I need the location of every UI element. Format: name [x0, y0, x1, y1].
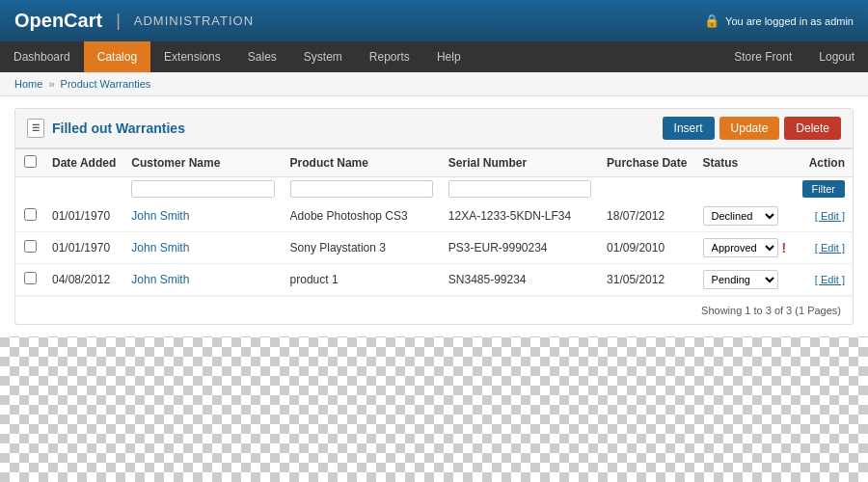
- table-header-row: Date Added Customer Name Product Name Se…: [15, 149, 853, 177]
- edit-link[interactable]: [ Edit ]: [815, 210, 845, 222]
- breadcrumb: Home » Product Warranties: [0, 72, 868, 96]
- row-status-cell: DeclinedApprovedPending: [695, 264, 795, 295]
- delete-button[interactable]: Delete: [784, 117, 841, 140]
- nav-dashboard[interactable]: Dashboard: [0, 41, 84, 72]
- table-wrapper: Date Added Customer Name Product Name Se…: [15, 148, 853, 296]
- filter-purchase-date: [599, 177, 695, 201]
- logged-in-text: You are logged in as admin: [725, 15, 854, 27]
- logo-area: OpenCart | ADMINISTRATION: [14, 10, 254, 32]
- filter-customer-input[interactable]: [131, 180, 274, 198]
- table-row: 01/01/1970John SmithAdobe Photoshop CS31…: [15, 201, 853, 232]
- row-action-cell: [ Edit ]: [794, 232, 853, 264]
- row-action-cell: [ Edit ]: [794, 201, 853, 232]
- filter-action-cell: Filter: [794, 177, 853, 201]
- col-serial-number: Serial Number: [441, 149, 599, 177]
- row-checkbox[interactable]: [24, 240, 37, 253]
- navbar: Dashboard Catalog Extensions Sales Syste…: [0, 41, 868, 72]
- nav-right: Store Front Logout: [720, 41, 868, 72]
- row-date-added: 01/01/1970: [44, 232, 123, 264]
- logo-separator: |: [116, 11, 121, 31]
- nav-reports[interactable]: Reports: [356, 41, 423, 72]
- panel-buttons: Insert Update Delete: [663, 117, 841, 140]
- row-product-name: Adobe Photoshop CS3: [283, 201, 441, 232]
- status-select[interactable]: DeclinedApprovedPending: [703, 238, 778, 257]
- admin-label: ADMINISTRATION: [134, 13, 254, 28]
- row-product-name: Sony Playstation 3: [283, 232, 441, 264]
- row-checkbox-cell: [15, 232, 44, 264]
- showing-text: Showing 1 to 3 of 3 (1 Pages): [15, 296, 853, 324]
- row-status-cell: DeclinedApprovedPending!: [695, 232, 795, 263]
- row-checkbox[interactable]: [24, 208, 37, 221]
- edit-link[interactable]: [ Edit ]: [815, 242, 845, 254]
- filter-date: [44, 177, 123, 201]
- filter-checkbox-cell: [15, 177, 44, 201]
- row-status-cell: DeclinedApprovedPending: [695, 201, 795, 231]
- header-right: 🔒 You are logged in as admin: [704, 13, 854, 28]
- col-product-name: Product Name: [283, 149, 441, 177]
- breadcrumb-separator: »: [48, 78, 57, 90]
- customer-name-link[interactable]: John Smith: [131, 209, 189, 223]
- row-checkbox-cell: [15, 201, 44, 232]
- panel-header: ☰ Filled out Warranties Insert Update De…: [15, 109, 853, 148]
- filter-status: [695, 177, 795, 201]
- col-date-added: Date Added: [44, 149, 123, 177]
- main-content: ☰ Filled out Warranties Insert Update De…: [0, 96, 868, 336]
- insert-button[interactable]: Insert: [663, 117, 715, 140]
- row-checkbox[interactable]: [24, 272, 37, 284]
- status-select[interactable]: DeclinedApprovedPending: [703, 270, 778, 289]
- header: OpenCart | ADMINISTRATION 🔒 You are logg…: [0, 0, 868, 41]
- lock-icon: 🔒: [704, 13, 719, 28]
- nav-help[interactable]: Help: [423, 41, 475, 72]
- customer-name-link[interactable]: John Smith: [131, 273, 189, 286]
- row-checkbox-cell: [15, 264, 44, 296]
- filter-product: [283, 177, 441, 201]
- select-all-checkbox[interactable]: [24, 155, 37, 168]
- nav-catalog[interactable]: Catalog: [84, 41, 150, 72]
- status-select[interactable]: DeclinedApprovedPending: [703, 206, 778, 226]
- edit-link[interactable]: [ Edit ]: [815, 274, 845, 285]
- row-serial-number: 12XA-1233-5KDN-LF34: [441, 201, 599, 232]
- customer-name-link[interactable]: John Smith: [131, 241, 189, 254]
- row-date-added: 04/08/2012: [44, 264, 123, 296]
- logo-text: OpenCart: [14, 10, 102, 32]
- row-serial-number: PS3-EUR-9990234: [441, 232, 599, 264]
- row-serial-number: SN3485-99234: [441, 264, 599, 296]
- panel-icon: ☰: [27, 119, 44, 138]
- nav-logout[interactable]: Logout: [805, 41, 868, 72]
- panel-title: ☰ Filled out Warranties: [27, 119, 185, 138]
- filter-row: Filter: [15, 177, 853, 201]
- col-customer-name: Customer Name: [123, 149, 282, 177]
- row-purchase-date: 18/07/2012: [599, 201, 695, 232]
- update-button[interactable]: Update: [719, 117, 780, 140]
- row-action-cell: [ Edit ]: [794, 264, 853, 296]
- panel-title-text: Filled out Warranties: [52, 120, 185, 136]
- col-purchase-date: Purchase Date: [599, 149, 695, 177]
- col-checkbox: [15, 149, 44, 177]
- row-date-added: 01/01/1970: [44, 201, 123, 232]
- table-row: 04/08/2012John Smithproduct 1SN3485-9923…: [15, 264, 853, 296]
- nav-extensions[interactable]: Extensions: [150, 41, 234, 72]
- row-product-name: product 1: [283, 264, 441, 296]
- row-customer-name: John Smith: [123, 232, 282, 264]
- filter-customer: [123, 177, 282, 201]
- filter-serial: [441, 177, 599, 201]
- alert-icon: !: [782, 240, 787, 255]
- breadcrumb-home[interactable]: Home: [14, 78, 42, 90]
- warranties-table: Date Added Customer Name Product Name Se…: [15, 148, 853, 296]
- row-purchase-date: 31/05/2012: [599, 264, 695, 296]
- nav-system[interactable]: System: [290, 41, 356, 72]
- col-action: Action: [794, 149, 853, 177]
- nav-storefront[interactable]: Store Front: [720, 41, 805, 72]
- breadcrumb-product-warranties[interactable]: Product Warranties: [61, 78, 151, 90]
- col-status: Status: [695, 149, 795, 177]
- table-row: 01/01/1970John SmithSony Playstation 3PS…: [15, 232, 853, 264]
- filter-button[interactable]: Filter: [802, 180, 845, 198]
- filter-serial-input[interactable]: [448, 180, 591, 198]
- table-body: 01/01/1970John SmithAdobe Photoshop CS31…: [15, 201, 853, 296]
- panel: ☰ Filled out Warranties Insert Update De…: [14, 108, 854, 325]
- row-customer-name: John Smith: [123, 201, 282, 232]
- nav-left: Dashboard Catalog Extensions Sales Syste…: [0, 41, 475, 72]
- row-purchase-date: 01/09/2010: [599, 232, 695, 264]
- filter-product-input[interactable]: [290, 180, 433, 198]
- nav-sales[interactable]: Sales: [234, 41, 290, 72]
